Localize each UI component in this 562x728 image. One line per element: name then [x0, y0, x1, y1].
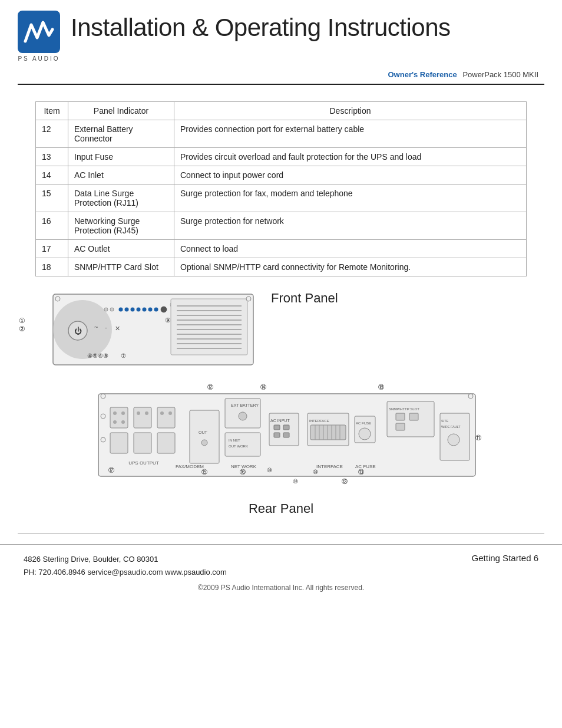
callout-1: ① [19, 317, 25, 325]
svg-rect-41 [134, 433, 151, 453]
svg-text:⑦: ⑦ [121, 353, 126, 359]
svg-text:⏻: ⏻ [74, 327, 82, 335]
svg-rect-40 [134, 407, 151, 428]
svg-point-9 [137, 308, 141, 312]
table-cell-indicator: SNMP/HTTP Card Slot [68, 258, 174, 276]
table-row: 18SNMP/HTTP Card SlotOptional SNMP/HTTP … [36, 258, 527, 276]
svg-rect-95 [396, 423, 405, 430]
svg-rect-38 [110, 407, 128, 428]
panel-table-wrapper: Item Panel Indicator Description 12Exter… [0, 95, 562, 282]
table-cell-item: 18 [36, 258, 68, 276]
table-cell-indicator: Data Line Surge Protection (RJ11) [68, 185, 174, 212]
svg-point-50 [160, 411, 164, 415]
col-item: Item [36, 102, 68, 120]
brand-name: PS AUDIO [18, 55, 59, 62]
svg-text:IN  NET: IN NET [229, 439, 240, 442]
table-row: 12External Battery ConnectorProvides con… [36, 120, 527, 148]
table-cell-item: 12 [36, 120, 68, 148]
svg-text:⑱: ⑱ [378, 384, 384, 390]
svg-point-56 [201, 440, 207, 446]
svg-rect-54 [190, 410, 219, 463]
svg-text:⑰: ⑰ [108, 467, 114, 473]
table-cell-description: Surge protection for network [174, 212, 527, 240]
front-panel-label-area: Front Panel [271, 288, 338, 306]
table-cell-description: Optional SNMP/HTTP card connectivity for… [174, 258, 527, 276]
page-header: PS AUDIO Installation & Operating Instru… [0, 0, 562, 68]
svg-point-61 [239, 412, 247, 420]
footer-address: 4826 Sterling Drive, Boulder, CO 80301 [24, 553, 227, 566]
svg-point-105 [101, 414, 105, 419]
svg-rect-71 [274, 433, 280, 437]
footer-copyright: ©2009 PS Audio International Inc. All ri… [0, 579, 562, 598]
svg-point-47 [121, 420, 125, 424]
svg-rect-70 [283, 425, 289, 430]
svg-point-46 [113, 420, 117, 424]
svg-text:~: ~ [94, 324, 98, 331]
table-row: 16Networking Surge Protection (RJ45)Surg… [36, 212, 527, 240]
svg-text:WIRE FAULT: WIRE FAULT [441, 425, 461, 429]
svg-rect-39 [110, 433, 128, 453]
svg-text:⑫: ⑫ [207, 384, 213, 390]
svg-point-49 [145, 411, 148, 415]
svg-text:SITE: SITE [441, 419, 449, 423]
svg-rect-93 [396, 413, 405, 420]
table-cell-item: 16 [36, 212, 68, 240]
rear-panel-svg-container: ⑫ ⑭ ⑱ [35, 381, 527, 499]
svg-text:OUT WORK: OUT WORK [229, 444, 248, 448]
table-cell-indicator: External Battery Connector [68, 120, 174, 148]
ps-audio-logo [18, 11, 60, 53]
svg-text:⑩: ⑩ [267, 467, 272, 473]
svg-rect-94 [409, 413, 418, 420]
svg-point-13 [161, 307, 167, 312]
svg-rect-21 [171, 299, 247, 355]
logo-svg [23, 19, 55, 45]
footer-page: Getting Started 6 [472, 553, 538, 563]
svg-text:INTERFACE: INTERFACE [309, 419, 329, 423]
svg-text:AC FUSE: AC FUSE [356, 421, 371, 425]
front-panel-label: Front Panel [271, 291, 338, 306]
svg-text:⑯: ⑯ [240, 469, 246, 475]
page-title: Installation & Operating Instructions [71, 11, 451, 41]
table-cell-item: 13 [36, 148, 68, 166]
front-panel-container: ① ② ⏻ [35, 288, 527, 373]
table-cell-description: Provides circuit overload and fault prot… [174, 148, 527, 166]
table-header-row: Item Panel Indicator Description [36, 102, 527, 120]
svg-text:AC INPUT: AC INPUT [270, 419, 290, 423]
table-cell-description: Provides connection port for external ba… [174, 120, 527, 148]
rear-panel-svg: ⑫ ⑭ ⑱ [75, 381, 487, 499]
owners-ref-line: Owner's Reference PowerPack 1500 MKII [0, 68, 562, 84]
svg-point-99 [448, 434, 459, 446]
table-cell-indicator: AC Inlet [68, 166, 174, 185]
product-name: PowerPack 1500 MKII [462, 70, 538, 79]
col-indicator: Panel Indicator [68, 102, 174, 120]
footer-contact: 4826 Sterling Drive, Boulder, CO 80301 P… [24, 553, 227, 579]
table-cell-indicator: Input Fuse [68, 148, 174, 166]
svg-text:⑩: ⑩ [293, 478, 298, 485]
front-panel-svg-container: ① ② ⏻ [35, 288, 259, 373]
table-cell-description: Connect to load [174, 240, 527, 258]
svg-text:⑪: ⑪ [475, 434, 481, 441]
svg-point-7 [125, 308, 129, 312]
table-cell-indicator: Networking Surge Protection (RJ45) [68, 212, 174, 240]
svg-point-10 [143, 308, 147, 312]
svg-text:EXT BATTERY: EXT BATTERY [231, 403, 259, 407]
rear-panel-wrapper: ⑫ ⑭ ⑱ [35, 381, 527, 516]
svg-point-8 [131, 308, 135, 312]
svg-point-11 [148, 308, 153, 312]
svg-point-51 [168, 411, 172, 415]
svg-text:⑬: ⑬ [342, 478, 348, 485]
table-row: 14AC InletConnect to input power cord [36, 166, 527, 185]
diagram-section: ① ② ⏻ [0, 282, 562, 522]
svg-text:✕: ✕ [115, 325, 120, 332]
table-cell-indicator: AC Outlet [68, 240, 174, 258]
table-cell-description: Surge protection for fax, modem and tele… [174, 185, 527, 212]
svg-text:SNMP/HTTP SLOT: SNMP/HTTP SLOT [389, 407, 419, 411]
svg-text:⑭: ⑭ [260, 384, 266, 390]
svg-rect-72 [283, 433, 289, 437]
rear-panel-label: Rear Panel [35, 501, 527, 516]
table-cell-item: 15 [36, 185, 68, 212]
svg-text:FAX/MODEM: FAX/MODEM [176, 464, 204, 469]
svg-point-101 [468, 394, 473, 398]
svg-rect-42 [157, 407, 175, 428]
svg-point-106 [101, 437, 105, 442]
